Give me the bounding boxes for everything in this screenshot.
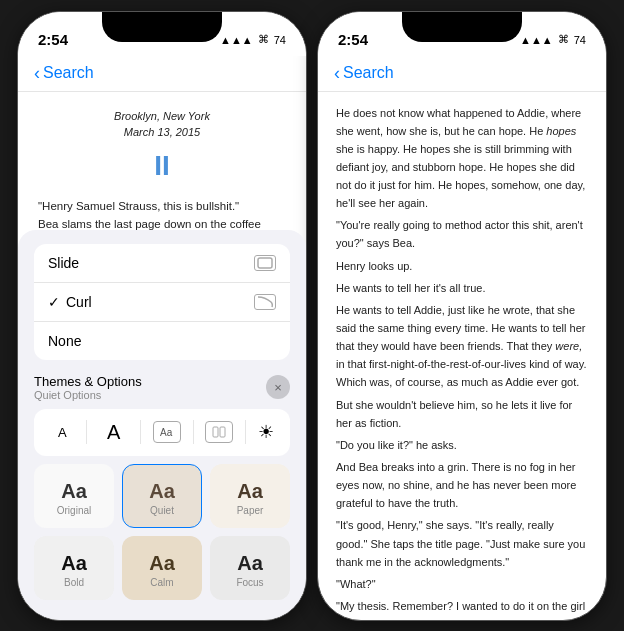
book-location: Brooklyn, New York — [114, 110, 210, 122]
right-back-label: Search — [343, 64, 394, 82]
theme-original[interactable]: Aa Original — [34, 464, 114, 528]
typo-divider-1 — [86, 420, 87, 444]
brightness-button[interactable]: ☀ — [258, 421, 274, 443]
theme-calm-label: Calm — [150, 577, 173, 588]
left-notch — [102, 12, 222, 42]
right-signal-icon: ▲▲▲ — [520, 34, 553, 46]
theme-bold-aa: Aa — [61, 552, 87, 575]
right-para-8: And Bea breaks into a grin. There is no … — [336, 458, 588, 512]
themes-subtitle: Quiet Options — [34, 389, 142, 401]
right-back-chevron-icon: ‹ — [334, 63, 340, 84]
left-nav-bar: ‹ Search — [18, 56, 306, 92]
font-size-decrease[interactable]: A — [50, 421, 75, 444]
slide-label: Slide — [48, 255, 79, 271]
right-para-7: "Do you like it?" he asks. — [336, 436, 588, 454]
slide-options: Slide ✓ Curl None — [34, 244, 290, 360]
theme-focus-aa: Aa — [237, 552, 263, 575]
theme-focus[interactable]: Aa Focus — [210, 536, 290, 600]
theme-paper[interactable]: Aa Paper — [210, 464, 290, 528]
svg-rect-3 — [220, 427, 225, 437]
right-para-2: "You're really going to method actor thi… — [336, 216, 588, 252]
overlay-panel: Slide ✓ Curl None — [18, 230, 306, 620]
signal-icon: ▲▲▲ — [220, 34, 253, 46]
right-para-3: Henry looks up. — [336, 257, 588, 275]
themes-title: Themes & Options — [34, 374, 142, 389]
phones-container: 2:54 ▲▲▲ ⌘ 74 ‹ Search Brooklyn, New Yor… — [17, 11, 607, 621]
font-style-button[interactable]: Aa — [153, 421, 181, 443]
theme-quiet-label: Quiet — [150, 505, 174, 516]
typo-divider-2 — [140, 420, 141, 444]
slide-option-curl[interactable]: ✓ Curl — [34, 283, 290, 322]
left-back-button[interactable]: ‹ Search — [34, 63, 94, 84]
typography-controls: A A Aa ☀ — [34, 409, 290, 456]
theme-quiet[interactable]: Aa Quiet — [122, 464, 202, 528]
svg-text:Aa: Aa — [160, 427, 173, 438]
curl-label: Curl — [66, 294, 92, 310]
left-phone: 2:54 ▲▲▲ ⌘ 74 ‹ Search Brooklyn, New Yor… — [17, 11, 307, 621]
slide-icon — [254, 255, 276, 271]
theme-paper-aa: Aa — [237, 480, 263, 503]
right-para-4: He wants to tell her it's all true. — [336, 279, 588, 297]
theme-original-aa: Aa — [61, 480, 87, 503]
right-nav-bar: ‹ Search — [318, 56, 606, 92]
right-back-button[interactable]: ‹ Search — [334, 63, 394, 84]
left-status-bar: 2:54 ▲▲▲ ⌘ 74 — [18, 12, 306, 56]
right-para-1: He does not know what happened to Addie,… — [336, 104, 588, 213]
svg-rect-2 — [213, 427, 218, 437]
theme-grid: Aa Original Aa Quiet Aa Paper Aa Bold Aa — [18, 464, 306, 610]
chapter-numeral: II — [38, 145, 286, 187]
theme-bold-label: Bold — [64, 577, 84, 588]
svg-rect-0 — [258, 258, 272, 268]
right-para-11: "My thesis. Remember? I wanted to do it … — [336, 597, 588, 620]
none-label: None — [48, 333, 81, 349]
theme-quiet-aa: Aa — [149, 480, 175, 503]
right-status-bar: 2:54 ▲▲▲ ⌘ 74 — [318, 12, 606, 56]
book-title-area: Brooklyn, New York March 13, 2015 II — [38, 108, 286, 187]
theme-calm[interactable]: Aa Calm — [122, 536, 202, 600]
battery-icon: 74 — [274, 34, 286, 46]
right-para-10: "What?" — [336, 575, 588, 593]
left-back-chevron-icon: ‹ — [34, 63, 40, 84]
left-back-label: Search — [43, 64, 94, 82]
right-time: 2:54 — [338, 31, 368, 48]
theme-calm-aa: Aa — [149, 552, 175, 575]
right-wifi-icon: ⌘ — [558, 33, 569, 46]
right-phone: 2:54 ▲▲▲ ⌘ 74 ‹ Search He does not know … — [317, 11, 607, 621]
right-para-5: He wants to tell Addie, just like he wro… — [336, 301, 588, 392]
theme-paper-label: Paper — [237, 505, 264, 516]
none-icon — [254, 333, 276, 349]
typo-divider-3 — [193, 420, 194, 444]
theme-original-label: Original — [57, 505, 91, 516]
themes-title-group: Themes & Options Quiet Options — [34, 374, 142, 401]
wifi-icon: ⌘ — [258, 33, 269, 46]
slide-option-slide[interactable]: Slide — [34, 244, 290, 283]
layout-button[interactable] — [205, 421, 233, 443]
typo-divider-4 — [245, 420, 246, 444]
curl-checkmark: ✓ — [48, 294, 60, 310]
themes-header: Themes & Options Quiet Options × — [18, 368, 306, 409]
theme-bold[interactable]: Aa Bold — [34, 536, 114, 600]
close-button[interactable]: × — [266, 375, 290, 399]
right-status-icons: ▲▲▲ ⌘ 74 — [520, 33, 586, 46]
curl-icon — [254, 294, 276, 310]
right-para-9: "It's good, Henry," she says. "It's real… — [336, 516, 588, 570]
left-status-icons: ▲▲▲ ⌘ 74 — [220, 33, 286, 46]
slide-option-none[interactable]: None — [34, 322, 290, 360]
left-time: 2:54 — [38, 31, 68, 48]
book-date: March 13, 2015 — [124, 126, 200, 138]
right-notch — [402, 12, 522, 42]
right-para-6: But she wouldn't believe him, so he lets… — [336, 396, 588, 432]
right-battery-icon: 74 — [574, 34, 586, 46]
font-size-increase[interactable]: A — [99, 417, 128, 448]
right-book-content: He does not know what happened to Addie,… — [318, 92, 606, 621]
book-para1: "Henry Samuel Strauss, this is bullshit.… — [38, 197, 286, 215]
theme-focus-label: Focus — [236, 577, 263, 588]
